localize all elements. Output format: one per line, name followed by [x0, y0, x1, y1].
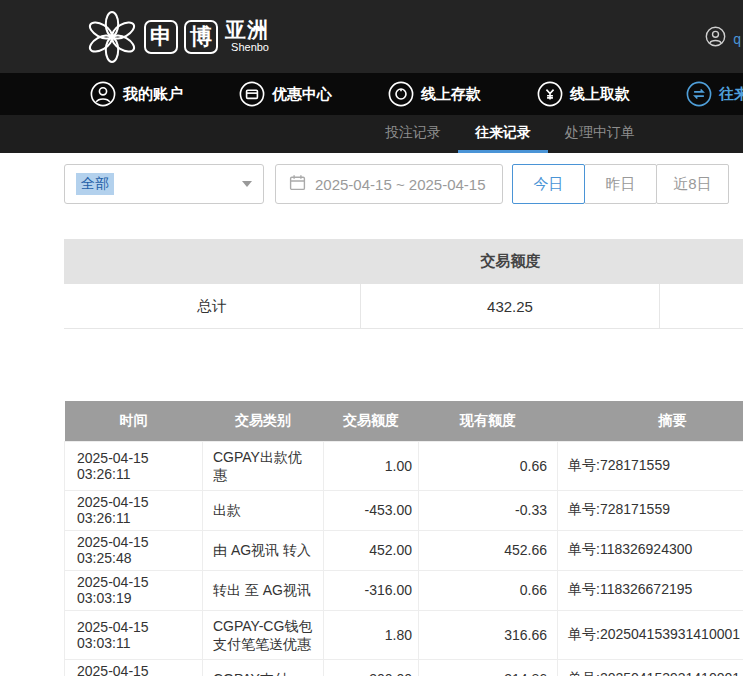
today-button[interactable]: 今日 [512, 164, 585, 204]
cell-type: CGPAY出款优惠 [203, 441, 324, 490]
logo-char-bo: 博 [184, 20, 218, 54]
nav-item-my-account[interactable]: 我的账户 [90, 81, 183, 107]
logo-char-shen: 申 [144, 20, 178, 54]
main-nav: 我的账户 优惠中心 线上存款 线上取款 [0, 73, 743, 115]
nav-item-label: 往来记录 [719, 85, 743, 104]
summary-table: 交易额度 总计 432.25 [64, 239, 743, 329]
cell-summary: 单号:728171559 [558, 490, 743, 530]
logo-subtitle: Shenbo [225, 41, 269, 54]
cell-type: 转出 至 AG视讯 [203, 570, 324, 610]
nav-item-withdraw[interactable]: 线上取款 [537, 81, 630, 107]
cell-amount: 300.00 [324, 659, 419, 676]
table-row: 2025-04-15 03:26:11 出款 -453.00 -0.33 单号:… [65, 490, 743, 530]
last-8-days-button[interactable]: 近8日 [656, 164, 729, 204]
nav-item-deposit[interactable]: 线上存款 [388, 81, 481, 107]
cell-balance: 0.66 [419, 441, 558, 490]
table-header-row: 时间 交易类别 交易额度 现有额度 摘要 [65, 401, 743, 441]
summary-total-row: 总计 432.25 [64, 284, 743, 329]
promo-icon [239, 81, 265, 107]
sub-nav: 投注记录 往来记录 处理中订单 [0, 115, 743, 153]
user-icon [90, 81, 116, 107]
column-header-balance: 现有额度 [419, 401, 558, 441]
cell-time: 2025-04-15 03:25:48 [65, 530, 203, 570]
deposit-coin-icon [388, 81, 414, 107]
cell-balance: 316.66 [419, 610, 558, 659]
summary-header-empty [64, 239, 361, 284]
topbar: 申 博 亚洲 Shenbo q [0, 0, 743, 73]
filter-bar: 全部 2025-04-15 ~ 2025-04-15 今日 昨日 近8日 [64, 164, 743, 204]
cell-amount: -316.00 [324, 570, 419, 610]
type-dropdown[interactable]: 全部 [64, 164, 264, 204]
column-header-type: 交易类别 [203, 401, 324, 441]
nav-item-label: 线上存款 [421, 85, 481, 104]
nav-item-transactions[interactable]: 往来记录 [686, 81, 743, 107]
table-row: 2025-04-15 03:03:11 CGPAY-CG钱包支付笔笔送优惠 1.… [65, 610, 743, 659]
subnav-item-processing-orders[interactable]: 处理中订单 [548, 115, 652, 153]
nav-item-promotions[interactable]: 优惠中心 [239, 81, 332, 107]
cell-balance: 314.86 [419, 659, 558, 676]
cell-type: 出款 [203, 490, 324, 530]
logo[interactable]: 申 博 亚洲 Shenbo [86, 9, 269, 65]
transfer-coin-icon [686, 81, 712, 107]
flower-logo-icon [86, 9, 138, 65]
cell-type: CGPAY支付 [203, 659, 324, 676]
summary-header-empty [660, 239, 743, 284]
summary-total-empty [660, 284, 743, 328]
dropdown-value: 全部 [76, 173, 114, 195]
cell-balance: -0.33 [419, 490, 558, 530]
cell-summary: 单号:728171559 [558, 441, 743, 490]
nav-item-label: 优惠中心 [272, 85, 332, 104]
cell-summary: 单号:202504153931410001 [558, 610, 743, 659]
yesterday-button[interactable]: 昨日 [584, 164, 657, 204]
column-header-summary: 摘要 [558, 401, 743, 441]
cell-summary: 单号:118326672195 [558, 570, 743, 610]
user-area: q [705, 26, 741, 51]
subnav-item-transaction-records[interactable]: 往来记录 [458, 115, 548, 153]
table-row: 2025-04-15 03:26:11 CGPAY出款优惠 1.00 0.66 … [65, 441, 743, 490]
cell-balance: 452.66 [419, 530, 558, 570]
chevron-down-icon [242, 181, 252, 187]
logo-region: 亚洲 [225, 19, 269, 41]
column-header-amount: 交易额度 [324, 401, 419, 441]
calendar-icon [289, 174, 306, 194]
cell-summary: 单号:118326924300 [558, 530, 743, 570]
subnav-item-betting-records[interactable]: 投注记录 [368, 115, 458, 153]
cell-time: 2025-04-15 03:26:11 [65, 441, 203, 490]
date-range-picker[interactable]: 2025-04-15 ~ 2025-04-15 [275, 164, 503, 204]
nav-item-label: 线上取款 [570, 85, 630, 104]
cell-amount: -453.00 [324, 490, 419, 530]
cell-amount: 452.00 [324, 530, 419, 570]
cell-time: 2025-04-15 03:26:11 [65, 490, 203, 530]
table-row: 2025-04-15 03:03:19 转出 至 AG视讯 -316.00 0.… [65, 570, 743, 610]
logo-text: 亚洲 Shenbo [225, 19, 269, 54]
quick-date-buttons: 今日 昨日 近8日 [513, 164, 729, 204]
nav-item-label: 我的账户 [123, 85, 183, 104]
cell-type: CGPAY-CG钱包支付笔笔送优惠 [203, 610, 324, 659]
cell-amount: 1.80 [324, 610, 419, 659]
withdraw-coin-icon [537, 81, 563, 107]
summary-header-row: 交易额度 [64, 239, 743, 284]
summary-total-label: 总计 [64, 284, 361, 328]
summary-header-amount: 交易额度 [361, 239, 660, 284]
person-circle-icon[interactable] [705, 26, 726, 51]
table-row: 2025-04-15 03:03:11 CGPAY支付 300.00 314.8… [65, 659, 743, 676]
cell-time: 2025-04-15 03:03:11 [65, 610, 203, 659]
cell-summary: 单号:202504153931410001 [558, 659, 743, 676]
table-row: 2025-04-15 03:25:48 由 AG视讯 转入 452.00 452… [65, 530, 743, 570]
date-range-text: 2025-04-15 ~ 2025-04-15 [315, 176, 486, 193]
cell-balance: 0.66 [419, 570, 558, 610]
cell-time: 2025-04-15 03:03:11 [65, 659, 203, 676]
cell-amount: 1.00 [324, 441, 419, 490]
transactions-table: 时间 交易类别 交易额度 现有额度 摘要 2025-04-15 03:26:11… [64, 401, 743, 676]
column-header-time: 时间 [65, 401, 203, 441]
cell-type: 由 AG视讯 转入 [203, 530, 324, 570]
username[interactable]: q [733, 31, 741, 47]
summary-total-value: 432.25 [361, 284, 660, 328]
cell-time: 2025-04-15 03:03:19 [65, 570, 203, 610]
